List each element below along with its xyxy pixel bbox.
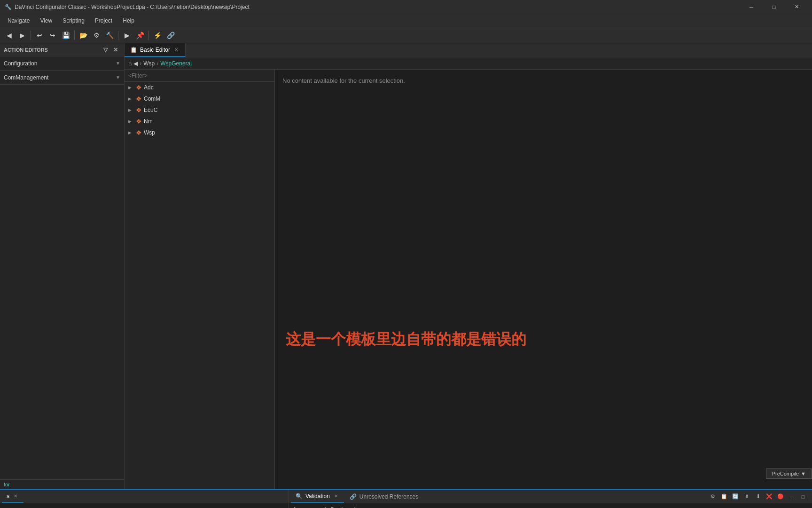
bottom-left-content: Configuration of the Adc (Analog Digital… (0, 503, 289, 508)
left-bottom-panel: s ✕ Configuration of the Adc (Analog Dig… (0, 490, 289, 508)
precompile-button[interactable]: PreCompile ▼ (766, 468, 812, 479)
validation-content: 4 messages in 2 categories ID Message A … (289, 503, 812, 508)
unresolved-tab-label: Unresolved References (359, 493, 418, 500)
node-icon-nm: ❖ (136, 118, 142, 125)
minimize-button[interactable]: ─ (741, 0, 762, 14)
precompile-icon: ▼ (801, 471, 806, 476)
panel-minimize-btn[interactable]: ▽ (101, 45, 110, 55)
panel-close-btn[interactable]: ✕ (111, 45, 120, 55)
validation-tab-bar: 🔍 Validation ✕ 🔗 Unresolved References ⚙… (289, 490, 812, 503)
toolbar-settings[interactable]: ⚙ (90, 29, 102, 41)
toolbar-undo[interactable]: ↩ (33, 29, 46, 41)
tree-item-comm[interactable]: ▶ ❖ ComM (125, 93, 274, 104)
chevron-icon: ▼ (116, 61, 120, 66)
tree-item-wsp[interactable]: ▶ ❖ Wsp (125, 127, 274, 138)
left-panel: Action Editors ▽ ✕ Configuration ▼ ComMa… (0, 43, 125, 489)
expand-arrow-ecuc: ▶ (128, 108, 134, 112)
center-panel: 📋 Basic Editor ✕ ⌂ ◀ › Wsp › WspGeneral … (125, 43, 812, 489)
tab-basic-editor[interactable]: 📋 Basic Editor ✕ (125, 43, 186, 57)
breadcrumb: ⌂ ◀ › Wsp › WspGeneral (125, 57, 812, 70)
panel-header-actions: ▽ ✕ (101, 45, 120, 55)
toolbar-redo[interactable]: ↪ (47, 29, 59, 41)
val-btn-1[interactable]: ⚙ (708, 492, 718, 502)
tab-bar: 📋 Basic Editor ✕ (125, 43, 812, 57)
validation-tab-close[interactable]: ✕ (333, 493, 339, 499)
maximize-button[interactable]: □ (763, 0, 785, 14)
toolbar-sep-1 (31, 31, 31, 40)
tree-item-adc[interactable]: ▶ ❖ Adc (125, 82, 274, 93)
menu-view[interactable]: View (35, 16, 57, 26)
content-area: No content available for the current sel… (275, 70, 812, 489)
left-bottom-link[interactable]: tor (0, 479, 124, 489)
validation-icon: 🔍 (296, 493, 303, 500)
validation-summary: 4 messages in 2 categories (293, 506, 808, 508)
toolbar-compile[interactable]: ⚡ (151, 29, 164, 41)
val-btn-7[interactable]: 🔴 (775, 492, 786, 502)
panel-title: Action Editors (4, 47, 48, 53)
title-bar-left: 🔧 DaVinci Configurator Classic - Worksho… (5, 4, 250, 10)
main-layout: Action Editors ▽ ✕ Configuration ▼ ComMa… (0, 43, 812, 489)
expand-arrow-wsp: ▶ (128, 130, 134, 135)
toolbar-sep-3 (118, 31, 118, 40)
panel-header: Action Editors ▽ ✕ (0, 43, 124, 56)
menu-bar: Navigate View Scripting Project Help (0, 14, 812, 27)
breadcrumb-wsp[interactable]: Wsp (143, 60, 155, 67)
toolbar-run[interactable]: ▶ (121, 29, 133, 41)
menu-project[interactable]: Project (90, 16, 117, 26)
tree-and-content: ▶ ❖ Adc ▶ ❖ ComM ▶ ❖ EcuC ▶ ❖ Nm (125, 70, 812, 489)
toolbar-open[interactable]: 📂 (77, 29, 89, 41)
title-bar: 🔧 DaVinci Configurator Classic - Worksho… (0, 0, 812, 14)
breadcrumb-wspgeneral[interactable]: WspGeneral (160, 60, 192, 67)
node-icon-adc: ❖ (136, 84, 142, 91)
val-btn-2[interactable]: 📋 (719, 492, 729, 502)
tab-label: Basic Editor (140, 47, 170, 53)
bottom-left-tab-bar: s ✕ (0, 490, 289, 503)
toolbar-forward[interactable]: ▶ (16, 29, 28, 41)
toolbar-build[interactable]: 🔨 (103, 29, 116, 41)
chevron-icon-2: ▼ (116, 75, 120, 80)
node-icon-wsp: ❖ (136, 129, 142, 136)
bottom-left-tab-label: s (7, 493, 9, 500)
val-maximize[interactable]: □ (798, 492, 808, 502)
tab-unresolved-refs[interactable]: 🔗 Unresolved References (345, 490, 423, 503)
menu-scripting[interactable]: Scripting (58, 16, 89, 26)
validation-tab-label: Validation (305, 493, 330, 500)
section-configuration[interactable]: Configuration ▼ (0, 56, 124, 71)
expand-arrow-adc: ▶ (128, 85, 134, 90)
val-btn-4[interactable]: ⬆ (742, 492, 752, 502)
menu-help[interactable]: Help (118, 16, 139, 26)
toolbar-extra[interactable]: 📌 (134, 29, 146, 41)
description-text: Configuration of the Adc (Analog Digital… (4, 506, 285, 508)
tree-panel: ▶ ❖ Adc ▶ ❖ ComM ▶ ❖ EcuC ▶ ❖ Nm (125, 70, 275, 489)
precompile-label: PreCompile (772, 471, 799, 476)
filter-box (125, 70, 274, 82)
toolbar-sep-2 (74, 31, 75, 40)
val-btn-3[interactable]: 🔄 (730, 492, 741, 502)
toolbar-back[interactable]: ◀ (3, 29, 15, 41)
expand-arrow-nm: ▶ (128, 119, 134, 124)
section-commanagement[interactable]: ComManagement ▼ (0, 71, 124, 85)
tree-item-nm[interactable]: ▶ ❖ Nm (125, 116, 274, 127)
bottom-left-tab[interactable]: s ✕ (2, 490, 23, 503)
toolbar-save[interactable]: 💾 (60, 29, 72, 41)
validation-actions: ⚙ 📋 🔄 ⬆ ⬇ ❌ 🔴 ─ □ (708, 490, 810, 503)
node-icon-comm: ❖ (136, 95, 142, 103)
expand-arrow-comm: ▶ (128, 96, 134, 101)
filter-input[interactable] (128, 72, 271, 79)
tree-item-ecuc[interactable]: ▶ ❖ EcuC (125, 104, 274, 116)
menu-navigate[interactable]: Navigate (3, 16, 34, 26)
title-bar-controls: ─ □ ✕ (741, 0, 807, 14)
val-btn-5[interactable]: ⬇ (753, 492, 763, 502)
val-minimize[interactable]: ─ (787, 492, 797, 502)
tab-validation[interactable]: 🔍 Validation ✕ (291, 490, 344, 503)
toolbar-extra2[interactable]: 🔗 (164, 29, 177, 41)
breadcrumb-back-icon: ◀ (133, 60, 138, 67)
tab-close-btn[interactable]: ✕ (173, 47, 180, 53)
toolbar-sep-4 (148, 31, 149, 40)
tab-icon: 📋 (130, 47, 137, 53)
close-button[interactable]: ✕ (786, 0, 807, 14)
node-icon-ecuc: ❖ (136, 106, 142, 114)
val-btn-6[interactable]: ❌ (764, 492, 774, 502)
bottom-left-tab-close[interactable]: ✕ (12, 493, 19, 499)
breadcrumb-home-icon: ⌂ (128, 60, 132, 67)
